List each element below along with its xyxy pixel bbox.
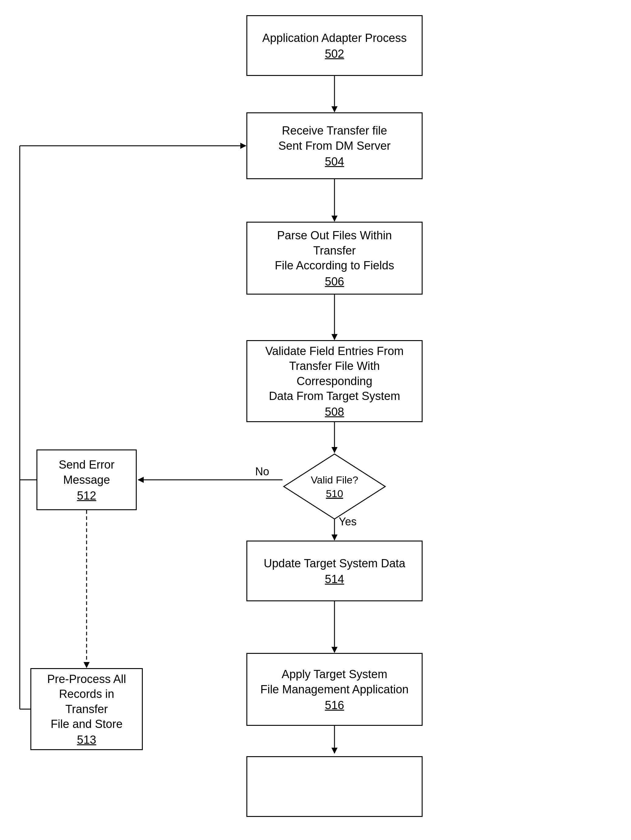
svg-marker-25 (284, 454, 385, 519)
box-513: Pre-Process AllRecords in TransferFile a… (30, 668, 143, 750)
flowchart: Yes No Application Adapter Process 502 R… (0, 0, 631, 840)
box-508: Validate Field Entries FromTransfer File… (247, 340, 422, 422)
svg-text:Valid File?: Valid File? (311, 474, 358, 486)
svg-text:510: 510 (326, 488, 343, 499)
box-continuation (247, 756, 422, 817)
box-514: Update Target System Data 514 (247, 540, 422, 601)
svg-marker-12 (138, 477, 144, 483)
box-516: Apply Target SystemFile Management Appli… (247, 653, 422, 726)
svg-marker-19 (84, 662, 90, 668)
svg-marker-9 (331, 534, 337, 540)
diamond-510: Valid File? 510 (283, 453, 386, 520)
svg-marker-15 (331, 647, 337, 653)
box-504: Receive Transfer fileSent From DM Server… (247, 112, 422, 179)
box-506: Parse Out Files Within TransferFile Acco… (247, 222, 422, 295)
svg-marker-17 (331, 748, 337, 754)
svg-marker-1 (331, 106, 337, 112)
box-512: Send ErrorMessage 512 (36, 450, 137, 510)
box-502: Application Adapter Process 502 (247, 15, 422, 76)
svg-marker-23 (240, 143, 247, 149)
svg-text:No: No (255, 465, 269, 478)
svg-marker-5 (331, 334, 337, 340)
svg-marker-3 (331, 216, 337, 222)
svg-marker-7 (331, 447, 337, 453)
